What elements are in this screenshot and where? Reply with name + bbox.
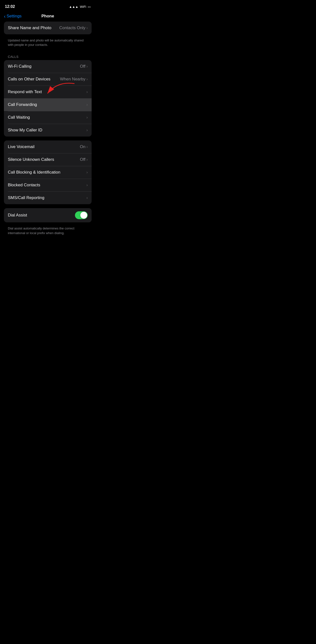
calls-other-devices-row[interactable]: Calls on Other Devices When Nearby ›: [4, 73, 92, 86]
show-caller-id-label: Show My Caller ID: [8, 128, 42, 132]
spacer-2: [4, 206, 92, 208]
wifi-calling-chevron-icon: ›: [86, 64, 88, 69]
call-blocking-chevron-icon: ›: [86, 170, 88, 174]
calls-group: Wi-Fi Calling Off › Calls on Other Devic…: [4, 60, 92, 136]
call-blocking-row[interactable]: Call Blocking & Identification ›: [4, 166, 92, 179]
dial-assist-group: Dial Assist: [4, 208, 92, 222]
status-icons: ▲▲▲ WiFi ▭: [69, 5, 91, 8]
voicemail-group: Live Voicemail On › Silence Unknown Call…: [4, 140, 92, 204]
respond-with-text-row[interactable]: Respond with Text ›: [4, 86, 92, 98]
calls-other-devices-chevron-icon: ›: [86, 77, 88, 82]
call-waiting-row[interactable]: Call Waiting ›: [4, 111, 92, 124]
wifi-calling-row[interactable]: Wi-Fi Calling Off ›: [4, 60, 92, 73]
page-title: Phone: [41, 14, 54, 19]
wifi-calling-value: Off: [80, 64, 85, 69]
status-time: 12:02: [5, 4, 15, 9]
respond-with-text-right: ›: [86, 90, 88, 94]
live-voicemail-chevron-icon: ›: [86, 145, 88, 149]
dial-assist-row[interactable]: Dial Assist: [4, 208, 92, 222]
sms-call-reporting-row[interactable]: SMS/Call Reporting ›: [4, 192, 92, 204]
content-area: Share Name and Photo Contacts Only › Upd…: [0, 22, 95, 239]
share-name-value: Contacts Only: [59, 26, 85, 30]
share-name-right: Contacts Only ›: [59, 26, 88, 30]
share-name-row[interactable]: Share Name and Photo Contacts Only ›: [4, 22, 92, 34]
wifi-calling-label: Wi-Fi Calling: [8, 64, 31, 69]
signal-icon: ▲▲▲: [69, 5, 78, 8]
respond-with-text-label: Respond with Text: [8, 90, 42, 94]
status-bar: 12:02 ▲▲▲ WiFi ▭: [0, 0, 95, 12]
wifi-icon: WiFi: [80, 5, 86, 8]
call-waiting-label: Call Waiting: [8, 115, 30, 120]
sms-call-reporting-chevron-icon: ›: [86, 196, 88, 200]
silence-unknown-right: Off ›: [80, 157, 88, 162]
wifi-calling-right: Off ›: [80, 64, 88, 69]
spacer-1: [4, 138, 92, 140]
back-label: Settings: [6, 14, 21, 19]
blocked-contacts-chevron-icon: ›: [86, 183, 88, 187]
dial-assist-toggle[interactable]: [75, 211, 88, 219]
respond-with-text-chevron-icon: ›: [86, 90, 88, 94]
calls-section-label: CALLS: [4, 51, 92, 60]
blocked-contacts-row[interactable]: Blocked Contacts ›: [4, 179, 92, 192]
call-blocking-right: ›: [86, 170, 88, 174]
call-forwarding-label: Call Forwarding: [8, 102, 37, 107]
call-forwarding-row[interactable]: Call Forwarding ›: [4, 98, 92, 111]
sms-call-reporting-label: SMS/Call Reporting: [8, 196, 44, 200]
call-forwarding-chevron-icon: ›: [86, 102, 88, 107]
live-voicemail-label: Live Voicemail: [8, 144, 34, 149]
show-caller-id-chevron-icon: ›: [86, 128, 88, 132]
live-voicemail-row[interactable]: Live Voicemail On ›: [4, 140, 92, 153]
dial-assist-toggle-knob: [80, 212, 87, 219]
show-caller-id-row[interactable]: Show My Caller ID ›: [4, 124, 92, 136]
share-name-description: Updated name and photo will be automatic…: [4, 36, 92, 51]
call-blocking-label: Call Blocking & Identification: [8, 170, 60, 175]
sms-call-reporting-right: ›: [86, 196, 88, 200]
calls-other-devices-label: Calls on Other Devices: [8, 77, 50, 82]
blocked-contacts-right: ›: [86, 183, 88, 187]
dial-assist-description: Dial assist automatically determines the…: [4, 224, 92, 239]
live-voicemail-value: On: [80, 144, 85, 149]
share-name-label: Share Name and Photo: [8, 26, 51, 30]
nav-bar: ‹ Settings Phone: [0, 12, 95, 22]
silence-unknown-chevron-icon: ›: [86, 158, 88, 162]
share-name-chevron-icon: ›: [86, 26, 88, 30]
back-chevron-icon: ‹: [4, 14, 6, 19]
blocked-contacts-label: Blocked Contacts: [8, 183, 40, 188]
calls-other-devices-value: When Nearby: [60, 77, 85, 82]
live-voicemail-right: On ›: [80, 144, 88, 149]
call-waiting-right: ›: [86, 115, 88, 120]
call-waiting-chevron-icon: ›: [86, 115, 88, 120]
dial-assist-label: Dial Assist: [8, 213, 27, 218]
silence-unknown-row[interactable]: Silence Unknown Callers Off ›: [4, 153, 92, 166]
battery-icon: ▭: [88, 5, 91, 8]
back-button[interactable]: ‹ Settings: [4, 14, 21, 19]
call-forwarding-right: ›: [86, 102, 88, 107]
share-name-group: Share Name and Photo Contacts Only ›: [4, 22, 92, 34]
calls-other-devices-right: When Nearby ›: [60, 77, 88, 82]
silence-unknown-label: Silence Unknown Callers: [8, 157, 54, 162]
show-caller-id-right: ›: [86, 128, 88, 132]
silence-unknown-value: Off: [80, 157, 85, 162]
